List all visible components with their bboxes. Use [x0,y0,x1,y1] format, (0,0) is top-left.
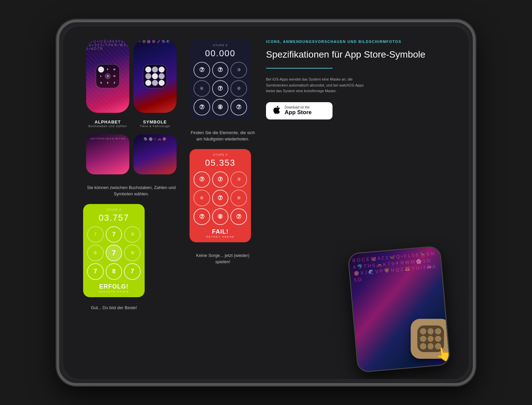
lower-cards-row: A D T R 9 0 • W 3 S • B T H K 🐘 🌸 ✈ 🚗 🎯 [83,134,180,174]
app-store-badge[interactable]: Download on the App Store [266,102,332,119]
red-game-card: STUFE 3 05.353 ⑦ ⑦ ③ ④ ⑦ ⑥ ⑦ ⑧ ⑦ [190,149,251,242]
watch-g-letter: G [111,73,117,79]
left-caption: Sie können zwischen Buchstaben, Zahlen u… [83,184,180,197]
app-store-text: Download on the App Store [285,105,312,116]
middle-column: STUFE 3 00.000 ⑦ ⑦ ③ ④ ⑦ ⑥ ⑦ ⑧ ⑦ Finden … [190,40,266,366]
wo-dot-7 [420,343,426,349]
watch-l-letter: L [98,73,104,79]
red-btn-7[interactable]: ⑦ [194,208,210,225]
dark-btn-5[interactable]: ⑦ [212,80,229,97]
green-btn-3[interactable]: ③ [124,226,141,243]
green-stage-label: STUFE 2 [106,208,121,211]
red-btn-8[interactable]: ⑧ [212,208,229,225]
right-column: ICONS, ANWENDUNGSVORSCHAUEN UND BILDSCHI… [266,40,452,366]
watch-6-letter: 6 [105,80,111,86]
red-caption: Keine Sorge... jetzt (wieder) spielen! [190,252,256,265]
wo-dot-2 [428,328,434,334]
dark-num-grid: ⑦ ⑦ ③ ④ ⑦ ⑥ ⑦ ⑧ ⑦ [194,62,247,115]
alphabet-watch-card: B W O • I C E • A X 4 Y 3 • N L G • S 6 … [86,40,129,113]
green-btn-1[interactable]: 7 [87,226,104,243]
green-game-col: STUFE 2 03.757 7 7 ③ ④ 7 ⑥ [83,204,145,311]
green-btn-7[interactable]: 7 [87,263,104,280]
red-btn-9[interactable]: ⑦ [230,208,247,225]
watch-3-letter: 3 [105,73,111,79]
sym-dot-3 [159,67,165,73]
red-stage-label: STUFE 3 [213,153,227,156]
watch-dot [98,67,104,73]
green-btn-9[interactable]: 7 [124,263,141,280]
wo-dot-1 [420,328,426,334]
green-btn-5[interactable]: 7 [106,245,122,261]
phone-body: B O C E 🐙 A 2 3 🦋 Q • F L 5 8 🦆 S N 4 🐬 … [347,245,451,373]
dark-btn-8[interactable]: ⑧ [212,99,229,115]
watch-cards-row: B W O • I C E • A X 4 Y 3 • N L G • S 6 … [83,40,180,113]
green-btn-4[interactable]: ④ [87,245,104,261]
finger-icon: 👆 [434,345,449,363]
red-btn-3[interactable]: ③ [230,171,247,188]
symbole-label: SYMBOLE Tiere & Fahrzeuge [133,119,177,128]
dark-btn-3[interactable]: ③ [230,62,247,79]
red-btn-5[interactable]: ⑦ [212,190,229,206]
dark-btn-2[interactable]: ⑦ [212,62,229,79]
green-btn-2[interactable]: 7 [106,226,122,243]
phone-area: B O C E 🐙 A 2 3 🦋 Q • F L 5 8 🦆 S N 4 🐬 … [266,126,452,366]
dark-btn-7[interactable]: ⑦ [194,99,210,115]
mini-alpha-content: A D T R 9 0 • W 3 S • B T H K [86,134,129,143]
red-btn-2[interactable]: ⑦ [212,171,229,188]
mini-card-alphabet: A D T R 9 0 • W 3 S • B T H K [86,134,129,174]
description-text: Bei iOS-Apps wendet das System eine Mask… [266,77,372,94]
left-column: B W O • I C E • A X 4 Y 3 • N L G • S 6 … [83,40,190,366]
dark-timer: 00.000 [205,48,236,59]
red-result: FAIL! RETREY EBENE [206,228,235,238]
tablet-screen: B W O • I C E • A X 4 Y 3 • N L G • S 6 … [63,26,469,379]
watch-n-letter: N [111,67,117,73]
sym-dot-1 [145,67,151,73]
green-timer: 03.757 [99,213,129,223]
green-btn-8[interactable]: 8 [106,263,122,280]
right-top-section: ICONS, ANWENDUNGSVORSCHAUEN UND BILDSCHI… [266,40,452,119]
green-btn-6[interactable]: ⑥ [124,245,141,261]
alphabet-watch-display: F N L 3 G S 6 2 [96,64,120,88]
phone-screen: B O C E 🐙 A 2 3 🦋 Q • F L 5 8 🦆 S N 4 🐬 … [348,246,450,372]
wo-dot-3 [435,328,441,334]
wo-dot-5 [428,335,434,342]
symbole-watch-card: 🚗 ✈ 🐱 🌸 🎯 🚀 🐘 🌊 [133,40,177,113]
dark-btn-9[interactable]: ⑦ [230,99,247,115]
phone-mockup: B O C E 🐙 A 2 3 🦋 Q • F L 5 8 🦆 S N 4 🐬 … [352,249,459,376]
sym-dot-7 [145,80,151,86]
red-btn-6[interactable]: ⑥ [230,190,247,206]
red-timer: 05.353 [205,158,236,168]
mini-sym-content: 🐘 🌸 ✈ 🚗 🎯 [133,134,177,143]
app-store-name: App Store [285,109,312,116]
card-labels-row: ALPHABET Buchstaben und Zahlen SYMBOLE T… [83,119,180,128]
green-caption: Gut... Du bist der Beste! [91,304,137,311]
sym-dot-8 [152,80,158,86]
dark-stage-label: STUFE 3 [213,44,227,47]
main-title: Spezifikationen für App Store-Symbole [266,49,452,60]
sym-dot-5 [152,73,158,79]
red-btn-4[interactable]: ④ [194,190,210,206]
apple-icon [273,105,281,116]
wo-dot-4 [420,335,426,342]
screen-content: B W O • I C E • A X 4 Y 3 • N L G • S 6 … [63,26,469,379]
red-btn-1[interactable]: ⑦ [194,171,210,188]
dark-number-card: STUFE 3 00.000 ⑦ ⑦ ③ ④ ⑦ ⑥ ⑦ ⑧ ⑦ [190,40,251,119]
dark-btn-1[interactable]: ⑦ [194,62,210,79]
wo-dot-8 [428,343,434,349]
mid-caption: Finden Sie die Elemente, die sich am häu… [190,129,256,142]
subtitle-label: ICONS, ANWENDUNGSVORSCHAUEN UND BILDSCHI… [266,40,452,44]
teal-divider [266,68,332,69]
green-game-card: STUFE 2 03.757 7 7 ③ ④ 7 ⑥ [83,204,145,297]
green-result: ERFOLG! NÄCHSTE STUFE [98,283,129,293]
tablet-frame: B W O • I C E • A X 4 Y 3 • N L G • S 6 … [57,20,475,386]
watch-overlay: 👆 [411,319,450,359]
dark-btn-4[interactable]: ④ [194,80,210,97]
watch-f-letter: F [105,67,111,73]
wo-dot-6 [435,335,441,342]
dark-btn-6[interactable]: ⑥ [230,80,247,97]
download-on-label: Download on the [285,105,312,109]
bottom-games-section: STUFE 2 03.757 7 7 ③ ④ 7 ⑥ [83,204,180,311]
green-num-grid: 7 7 ③ ④ 7 ⑥ 7 8 7 [87,226,141,280]
symbole-watch-display [143,64,167,88]
alphabet-label: ALPHABET Buchstaben und Zahlen [86,119,129,128]
